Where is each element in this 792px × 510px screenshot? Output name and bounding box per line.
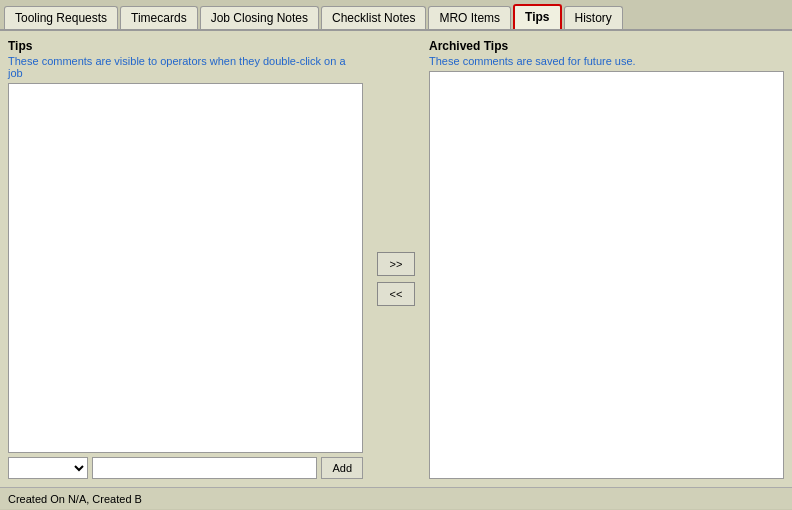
add-tip-button[interactable]: Add	[321, 457, 363, 479]
forward-button[interactable]: >>	[377, 252, 415, 276]
tab-tips[interactable]: Tips	[513, 4, 561, 29]
transfer-buttons: >> <<	[371, 39, 421, 479]
tips-dropdown[interactable]	[8, 457, 88, 479]
tips-list[interactable]	[8, 83, 363, 453]
archived-tips-panel: Archived Tips These comments are saved f…	[429, 39, 784, 479]
tab-history[interactable]: History	[564, 6, 623, 29]
archived-tips-list[interactable]	[429, 71, 784, 479]
tips-panel-bottom: Add	[8, 457, 363, 479]
tab-bar: Tooling Requests Timecards Job Closing N…	[0, 0, 792, 31]
tips-text-input[interactable]	[92, 457, 317, 479]
tab-job-closing-notes[interactable]: Job Closing Notes	[200, 6, 319, 29]
tab-tooling-requests[interactable]: Tooling Requests	[4, 6, 118, 29]
tab-checklist-notes[interactable]: Checklist Notes	[321, 6, 426, 29]
tab-mro-items[interactable]: MRO Items	[428, 6, 511, 29]
tips-panel: Tips These comments are visible to opera…	[8, 39, 363, 479]
status-text: Created On N/A, Created B	[8, 493, 142, 505]
archived-tips-subtitle: These comments are saved for future use.	[429, 55, 784, 67]
status-bar: Created On N/A, Created B	[0, 487, 792, 509]
tips-panel-title: Tips	[8, 39, 363, 53]
archived-tips-title: Archived Tips	[429, 39, 784, 53]
main-content: Tips These comments are visible to opera…	[0, 31, 792, 487]
tips-panel-subtitle: These comments are visible to operators …	[8, 55, 363, 79]
back-button[interactable]: <<	[377, 282, 415, 306]
tab-timecards[interactable]: Timecards	[120, 6, 198, 29]
